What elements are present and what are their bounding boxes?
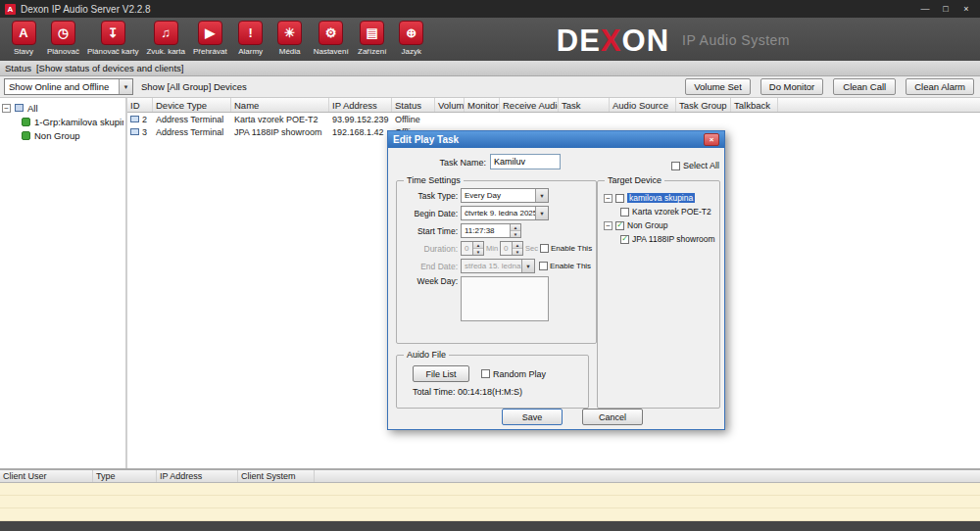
titlebar: A Dexon IP Audio Server V2.2.8 — □ ×: [0, 0, 980, 18]
bottom-bar: [0, 521, 980, 531]
device-row-2[interactable]: 2 Address Terminal Karta vzorek POE-T2 9…: [127, 113, 980, 125]
terminal-icon: [130, 116, 139, 122]
client-table: Client User Type IP Address Client Syste…: [0, 468, 980, 521]
column-header-status[interactable]: Status: [392, 98, 435, 112]
logo-x: X: [601, 24, 622, 58]
column-header-monitor[interactable]: Monitor: [465, 98, 500, 112]
tree-item-kamilova-skupina[interactable]: 1-Grp:kamilova skupina: [2, 115, 123, 128]
target-tree-item-karta-vzorek[interactable]: Karta vzorek POE-T2: [604, 205, 715, 218]
column-header-task[interactable]: Task: [559, 98, 610, 112]
random-play-control[interactable]: Random Play: [481, 369, 546, 379]
volume-set-button[interactable]: Volume Set: [685, 78, 751, 95]
close-button[interactable]: ×: [960, 4, 972, 14]
dexon-logo: DEXON IP Audio System: [557, 21, 790, 60]
devices-icon: ▤: [360, 21, 384, 45]
dialog-body: Task Name: Select All Time Settings Task…: [388, 148, 724, 431]
dialog-close-button[interactable]: ×: [704, 133, 719, 146]
toolbar-button-planovac[interactable]: ◷ Plánovač: [43, 21, 83, 56]
toolbar-button-nastaveni[interactable]: ⚙ Nastavení: [310, 21, 353, 56]
duration-min-spinner: 0 ▲▼: [461, 241, 484, 256]
target-tree-item-non-group[interactable]: Non Group: [604, 218, 715, 232]
cancel-button[interactable]: Cancel: [582, 409, 643, 425]
toolbar-button-planovac-karty[interactable]: ↧ Plánovač karty: [83, 21, 142, 56]
status-strip-detail: [Show status of devices and clients]: [36, 63, 184, 73]
toolbar-button-media[interactable]: ☀ Média: [270, 21, 310, 56]
task-name-label: Task Name:: [388, 158, 486, 168]
collapse-icon[interactable]: [604, 194, 612, 203]
column-header-name[interactable]: Name: [231, 98, 329, 112]
collapse-icon[interactable]: [604, 221, 612, 230]
filter-actions: Volume Set Do Monitor Clean Call Clean A…: [685, 78, 974, 95]
column-header-volume[interactable]: Volume: [435, 98, 465, 112]
status-cell: Offline: [392, 113, 435, 125]
toolbar-button-prehravat[interactable]: ▶ Přehrávat: [189, 21, 231, 56]
spinner-arrows-icon: ▲▼: [512, 242, 522, 255]
logo-text: DEXON: [557, 25, 669, 56]
duration-enable-checkbox[interactable]: [540, 244, 549, 253]
chevron-down-icon: ▼: [521, 260, 534, 272]
target-device-group: Target Device kamilova skupina Karta vzo…: [597, 175, 720, 409]
target-checkbox-checked[interactable]: [620, 235, 629, 244]
collapse-icon[interactable]: [2, 104, 11, 113]
save-button[interactable]: Save: [502, 409, 563, 425]
duration-sec-spinner: 0 ▲▼: [500, 241, 523, 256]
tree-item-all[interactable]: All: [2, 101, 123, 115]
file-list-button[interactable]: File List: [413, 365, 469, 382]
target-checkbox[interactable]: [620, 208, 629, 217]
column-header-id[interactable]: ID: [127, 98, 153, 112]
chevron-down-icon: ▼: [535, 207, 548, 219]
column-header-client-user[interactable]: Client User: [0, 470, 93, 482]
duration-min-unit: Min: [486, 244, 498, 253]
play-icon: ▶: [198, 21, 222, 45]
select-all-control[interactable]: Select All: [671, 161, 719, 170]
window-title: Dexon IP Audio Server V2.2.8: [21, 4, 151, 15]
column-header-task-group[interactable]: Task Group: [676, 98, 731, 112]
start-time-spinner[interactable]: 11:27:38 ▲▼: [461, 223, 521, 238]
maximize-button[interactable]: □: [940, 4, 952, 14]
toolbar-button-zarizeni[interactable]: ▤ Zařízení: [353, 21, 392, 56]
end-date-enable-label: Enable This: [550, 262, 591, 270]
do-monitor-button[interactable]: Do Monitor: [760, 78, 823, 95]
status-strip: Status [Show status of devices and clien…: [0, 61, 980, 76]
task-type-dropdown[interactable]: Every Day ▼: [461, 188, 549, 203]
column-header-client-type[interactable]: Type: [93, 470, 157, 482]
chevron-down-icon: ▼: [535, 189, 548, 202]
spinner-arrows-icon[interactable]: ▲▼: [510, 224, 520, 237]
soundcard-icon: ♫: [154, 21, 178, 45]
end-date-label: End Date:: [401, 262, 458, 271]
online-filter-dropdown[interactable]: Show Online and Offline ▼: [4, 78, 133, 95]
duration-enable-label: Enable This: [551, 244, 592, 253]
end-date-enable-checkbox[interactable]: [539, 262, 548, 270]
column-header-client-system[interactable]: Client System: [238, 470, 315, 482]
client-empty-row: [0, 508, 980, 521]
column-header-receive-audio[interactable]: Receive Audio: [500, 98, 559, 112]
begin-date-label: Begin Date:: [401, 209, 458, 218]
tree-item-non-group[interactable]: Non Group: [2, 128, 123, 142]
column-header-device-type[interactable]: Device Type: [153, 98, 231, 112]
target-checkbox[interactable]: [615, 194, 624, 203]
column-header-audio-source[interactable]: Audio Source: [610, 98, 676, 112]
toolbar: A Stavy ◷ Plánovač ↧ Plánovač karty ♫ Zv…: [0, 18, 980, 61]
begin-date-picker[interactable]: čtvrtek 9. ledna 2025 ▼: [461, 206, 549, 220]
clean-call-button[interactable]: Clean Call: [833, 78, 896, 95]
clean-alarm-button[interactable]: Clean Alarm: [906, 78, 974, 95]
random-play-checkbox[interactable]: [481, 369, 490, 378]
start-time-label: Start Time:: [401, 226, 458, 236]
toolbar-button-zvuk-karta[interactable]: ♫ Zvuk. karta: [142, 21, 189, 56]
toolbar-button-jazyk[interactable]: ⊕ Jazyk: [392, 21, 431, 56]
select-all-checkbox[interactable]: [671, 162, 680, 170]
column-header-talkback[interactable]: Talkback: [731, 98, 778, 112]
target-tree-item-jpa-1188ip[interactable]: JPA 1188IP showroom: [604, 232, 715, 246]
column-header-client-ip[interactable]: IP Address: [157, 470, 238, 482]
chevron-down-icon: ▼: [119, 79, 132, 94]
column-header-filler: [315, 470, 980, 482]
target-tree-item-kamilova-skupina[interactable]: kamilova skupina: [604, 191, 715, 205]
end-date-picker: středa 15. ledna 2025 ▼: [461, 259, 535, 273]
minimize-button[interactable]: —: [919, 4, 931, 14]
toolbar-button-alarmy[interactable]: ! Alarmy: [231, 21, 270, 56]
week-day-listbox[interactable]: [461, 276, 549, 321]
toolbar-button-stavy[interactable]: A Stavy: [4, 21, 43, 56]
task-name-input[interactable]: [490, 154, 561, 169]
target-checkbox-checked[interactable]: [615, 221, 624, 230]
column-header-ip-address[interactable]: IP Address: [329, 98, 392, 112]
